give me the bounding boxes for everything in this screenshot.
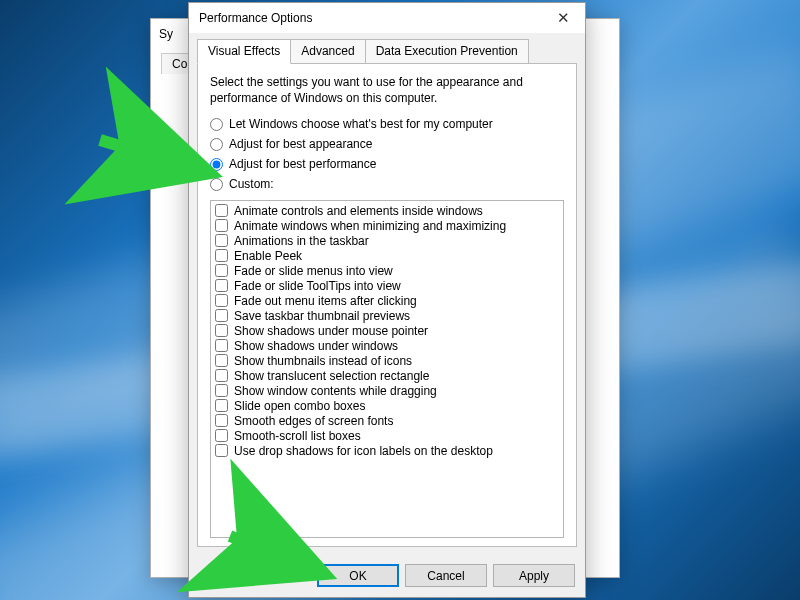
checkbox-input[interactable] (215, 249, 228, 262)
radio-label: Custom: (229, 177, 274, 191)
checkbox-label: Save taskbar thumbnail previews (234, 309, 410, 323)
checkbox-input[interactable] (215, 339, 228, 352)
ok-button[interactable]: OK (317, 564, 399, 587)
radio-input[interactable] (210, 178, 223, 191)
checkbox-label: Show window contents while dragging (234, 384, 437, 398)
checkbox-label: Show shadows under windows (234, 339, 398, 353)
checkbox-label: Fade or slide ToolTips into view (234, 279, 401, 293)
dialog-title: Performance Options (199, 11, 312, 25)
list-item[interactable]: Show thumbnails instead of icons (215, 353, 559, 368)
cancel-button[interactable]: Cancel (405, 564, 487, 587)
checkbox-label: Show shadows under mouse pointer (234, 324, 428, 338)
radio-best-performance[interactable]: Adjust for best performance (210, 157, 564, 171)
list-item[interactable]: Use drop shadows for icon labels on the … (215, 443, 559, 458)
list-item[interactable]: Show shadows under windows (215, 338, 559, 353)
checkbox-input[interactable] (215, 264, 228, 277)
checkbox-label: Animations in the taskbar (234, 234, 369, 248)
list-item[interactable]: Save taskbar thumbnail previews (215, 308, 559, 323)
performance-options-dialog: Performance Options ✕ Visual Effects Adv… (188, 2, 586, 598)
list-item[interactable]: Animate windows when minimizing and maxi… (215, 218, 559, 233)
radio-input[interactable] (210, 138, 223, 151)
checkbox-input[interactable] (215, 219, 228, 232)
checkbox-input[interactable] (215, 414, 228, 427)
list-item[interactable]: Animate controls and elements inside win… (215, 203, 559, 218)
checkbox-label: Fade out menu items after clicking (234, 294, 417, 308)
radio-label: Adjust for best appearance (229, 137, 372, 151)
list-item[interactable]: Enable Peek (215, 248, 559, 263)
apply-button[interactable]: Apply (493, 564, 575, 587)
checkbox-label: Smooth edges of screen fonts (234, 414, 393, 428)
radio-best-appearance[interactable]: Adjust for best appearance (210, 137, 564, 151)
list-item[interactable]: Slide open combo boxes (215, 398, 559, 413)
checkbox-input[interactable] (215, 279, 228, 292)
checkbox-label: Show thumbnails instead of icons (234, 354, 412, 368)
checkbox-label: Show translucent selection rectangle (234, 369, 429, 383)
list-item[interactable]: Animations in the taskbar (215, 233, 559, 248)
list-item[interactable]: Show shadows under mouse pointer (215, 323, 559, 338)
close-icon: ✕ (557, 9, 570, 27)
tabstrip: Visual Effects Advanced Data Execution P… (189, 33, 585, 64)
tab-panel-visual-effects: Select the settings you want to use for … (197, 63, 577, 547)
checkbox-input[interactable] (215, 309, 228, 322)
visual-effects-checklist[interactable]: Animate controls and elements inside win… (210, 200, 564, 538)
checkbox-input[interactable] (215, 444, 228, 457)
checkbox-input[interactable] (215, 399, 228, 412)
radio-input[interactable] (210, 158, 223, 171)
checkbox-label: Animate windows when minimizing and maxi… (234, 219, 506, 233)
checkbox-label: Animate controls and elements inside win… (234, 204, 483, 218)
checkbox-input[interactable] (215, 204, 228, 217)
tab-advanced[interactable]: Advanced (290, 39, 365, 64)
tab-visual-effects[interactable]: Visual Effects (197, 39, 291, 64)
checkbox-label: Enable Peek (234, 249, 302, 263)
list-item[interactable]: Show translucent selection rectangle (215, 368, 559, 383)
radio-input[interactable] (210, 118, 223, 131)
radio-custom[interactable]: Custom: (210, 177, 564, 191)
checkbox-label: Use drop shadows for icon labels on the … (234, 444, 493, 458)
checkbox-input[interactable] (215, 234, 228, 247)
dialog-button-row: OK Cancel Apply (189, 556, 585, 597)
list-item[interactable]: Show window contents while dragging (215, 383, 559, 398)
list-item[interactable]: Fade or slide menus into view (215, 263, 559, 278)
dialog-titlebar: Performance Options ✕ (189, 3, 585, 33)
radio-label: Let Windows choose what's best for my co… (229, 117, 493, 131)
checkbox-input[interactable] (215, 429, 228, 442)
checkbox-label: Smooth-scroll list boxes (234, 429, 361, 443)
checkbox-input[interactable] (215, 384, 228, 397)
checkbox-label: Fade or slide menus into view (234, 264, 393, 278)
checkbox-input[interactable] (215, 324, 228, 337)
tab-dep[interactable]: Data Execution Prevention (365, 39, 529, 64)
list-item[interactable]: Fade out menu items after clicking (215, 293, 559, 308)
checkbox-input[interactable] (215, 354, 228, 367)
list-item[interactable]: Smooth-scroll list boxes (215, 428, 559, 443)
panel-description: Select the settings you want to use for … (210, 74, 564, 106)
close-button[interactable]: ✕ (541, 3, 585, 33)
checkbox-label: Slide open combo boxes (234, 399, 365, 413)
radio-let-windows-choose[interactable]: Let Windows choose what's best for my co… (210, 117, 564, 131)
window-title-partial: Sy (159, 27, 173, 41)
list-item[interactable]: Smooth edges of screen fonts (215, 413, 559, 428)
checkbox-input[interactable] (215, 294, 228, 307)
checkbox-input[interactable] (215, 369, 228, 382)
radio-label: Adjust for best performance (229, 157, 376, 171)
list-item[interactable]: Fade or slide ToolTips into view (215, 278, 559, 293)
